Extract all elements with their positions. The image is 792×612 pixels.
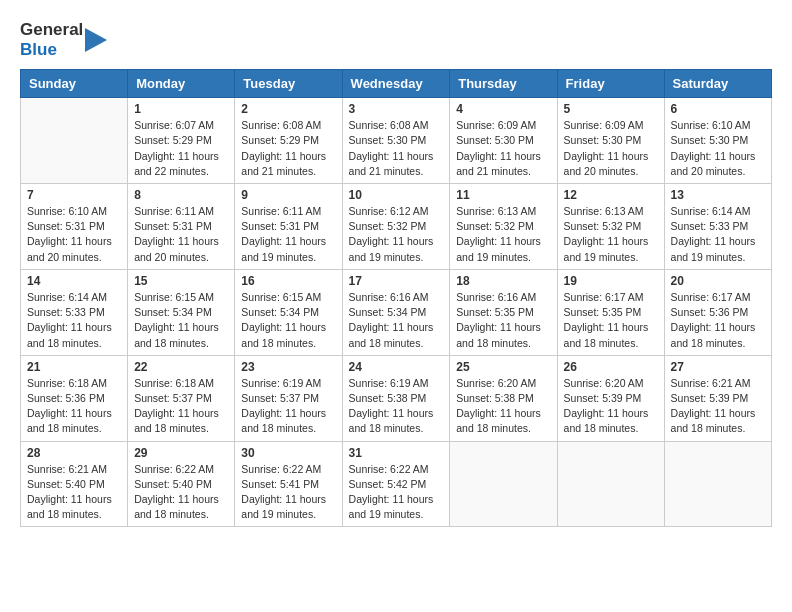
calendar-cell: 3Sunrise: 6:08 AMSunset: 5:30 PMDaylight… bbox=[342, 98, 450, 184]
day-info: Sunrise: 6:10 AMSunset: 5:30 PMDaylight:… bbox=[671, 118, 765, 179]
day-number: 16 bbox=[241, 274, 335, 288]
day-number: 22 bbox=[134, 360, 228, 374]
calendar-table: SundayMondayTuesdayWednesdayThursdayFrid… bbox=[20, 69, 772, 527]
calendar-cell: 2Sunrise: 6:08 AMSunset: 5:29 PMDaylight… bbox=[235, 98, 342, 184]
calendar-cell: 18Sunrise: 6:16 AMSunset: 5:35 PMDayligh… bbox=[450, 269, 557, 355]
calendar-cell: 29Sunrise: 6:22 AMSunset: 5:40 PMDayligh… bbox=[128, 441, 235, 527]
calendar-week-row: 28Sunrise: 6:21 AMSunset: 5:40 PMDayligh… bbox=[21, 441, 772, 527]
day-number: 6 bbox=[671, 102, 765, 116]
day-number: 31 bbox=[349, 446, 444, 460]
day-info: Sunrise: 6:18 AMSunset: 5:36 PMDaylight:… bbox=[27, 376, 121, 437]
day-info: Sunrise: 6:13 AMSunset: 5:32 PMDaylight:… bbox=[564, 204, 658, 265]
day-info: Sunrise: 6:11 AMSunset: 5:31 PMDaylight:… bbox=[134, 204, 228, 265]
day-info: Sunrise: 6:21 AMSunset: 5:40 PMDaylight:… bbox=[27, 462, 121, 523]
svg-marker-0 bbox=[85, 28, 107, 52]
calendar-cell: 10Sunrise: 6:12 AMSunset: 5:32 PMDayligh… bbox=[342, 183, 450, 269]
calendar-week-row: 1Sunrise: 6:07 AMSunset: 5:29 PMDaylight… bbox=[21, 98, 772, 184]
calendar-week-row: 7Sunrise: 6:10 AMSunset: 5:31 PMDaylight… bbox=[21, 183, 772, 269]
calendar-cell: 24Sunrise: 6:19 AMSunset: 5:38 PMDayligh… bbox=[342, 355, 450, 441]
day-number: 17 bbox=[349, 274, 444, 288]
column-header-saturday: Saturday bbox=[664, 70, 771, 98]
column-header-monday: Monday bbox=[128, 70, 235, 98]
day-number: 19 bbox=[564, 274, 658, 288]
calendar-cell: 11Sunrise: 6:13 AMSunset: 5:32 PMDayligh… bbox=[450, 183, 557, 269]
day-info: Sunrise: 6:08 AMSunset: 5:30 PMDaylight:… bbox=[349, 118, 444, 179]
day-info: Sunrise: 6:14 AMSunset: 5:33 PMDaylight:… bbox=[671, 204, 765, 265]
day-info: Sunrise: 6:19 AMSunset: 5:37 PMDaylight:… bbox=[241, 376, 335, 437]
day-number: 2 bbox=[241, 102, 335, 116]
day-info: Sunrise: 6:20 AMSunset: 5:39 PMDaylight:… bbox=[564, 376, 658, 437]
column-header-thursday: Thursday bbox=[450, 70, 557, 98]
calendar-cell: 8Sunrise: 6:11 AMSunset: 5:31 PMDaylight… bbox=[128, 183, 235, 269]
day-info: Sunrise: 6:19 AMSunset: 5:38 PMDaylight:… bbox=[349, 376, 444, 437]
day-number: 7 bbox=[27, 188, 121, 202]
calendar-cell bbox=[664, 441, 771, 527]
calendar-cell: 23Sunrise: 6:19 AMSunset: 5:37 PMDayligh… bbox=[235, 355, 342, 441]
calendar-cell: 22Sunrise: 6:18 AMSunset: 5:37 PMDayligh… bbox=[128, 355, 235, 441]
calendar-cell: 1Sunrise: 6:07 AMSunset: 5:29 PMDaylight… bbox=[128, 98, 235, 184]
logo: General Blue bbox=[20, 20, 107, 59]
day-number: 25 bbox=[456, 360, 550, 374]
day-number: 29 bbox=[134, 446, 228, 460]
day-number: 1 bbox=[134, 102, 228, 116]
day-info: Sunrise: 6:16 AMSunset: 5:34 PMDaylight:… bbox=[349, 290, 444, 351]
day-info: Sunrise: 6:10 AMSunset: 5:31 PMDaylight:… bbox=[27, 204, 121, 265]
calendar-week-row: 21Sunrise: 6:18 AMSunset: 5:36 PMDayligh… bbox=[21, 355, 772, 441]
logo-text: General Blue bbox=[20, 20, 83, 59]
day-number: 10 bbox=[349, 188, 444, 202]
calendar-cell: 12Sunrise: 6:13 AMSunset: 5:32 PMDayligh… bbox=[557, 183, 664, 269]
day-info: Sunrise: 6:17 AMSunset: 5:36 PMDaylight:… bbox=[671, 290, 765, 351]
calendar-cell: 13Sunrise: 6:14 AMSunset: 5:33 PMDayligh… bbox=[664, 183, 771, 269]
calendar-cell bbox=[450, 441, 557, 527]
day-info: Sunrise: 6:15 AMSunset: 5:34 PMDaylight:… bbox=[134, 290, 228, 351]
day-info: Sunrise: 6:18 AMSunset: 5:37 PMDaylight:… bbox=[134, 376, 228, 437]
day-info: Sunrise: 6:08 AMSunset: 5:29 PMDaylight:… bbox=[241, 118, 335, 179]
column-header-sunday: Sunday bbox=[21, 70, 128, 98]
logo-arrow-icon bbox=[85, 24, 107, 56]
day-info: Sunrise: 6:22 AMSunset: 5:41 PMDaylight:… bbox=[241, 462, 335, 523]
day-number: 13 bbox=[671, 188, 765, 202]
day-number: 27 bbox=[671, 360, 765, 374]
day-number: 26 bbox=[564, 360, 658, 374]
column-header-wednesday: Wednesday bbox=[342, 70, 450, 98]
day-number: 30 bbox=[241, 446, 335, 460]
day-number: 14 bbox=[27, 274, 121, 288]
day-number: 23 bbox=[241, 360, 335, 374]
day-info: Sunrise: 6:16 AMSunset: 5:35 PMDaylight:… bbox=[456, 290, 550, 351]
calendar-cell: 27Sunrise: 6:21 AMSunset: 5:39 PMDayligh… bbox=[664, 355, 771, 441]
calendar-cell: 31Sunrise: 6:22 AMSunset: 5:42 PMDayligh… bbox=[342, 441, 450, 527]
calendar-cell: 14Sunrise: 6:14 AMSunset: 5:33 PMDayligh… bbox=[21, 269, 128, 355]
day-info: Sunrise: 6:22 AMSunset: 5:40 PMDaylight:… bbox=[134, 462, 228, 523]
logo-general: General bbox=[20, 20, 83, 40]
day-info: Sunrise: 6:15 AMSunset: 5:34 PMDaylight:… bbox=[241, 290, 335, 351]
day-number: 18 bbox=[456, 274, 550, 288]
day-info: Sunrise: 6:20 AMSunset: 5:38 PMDaylight:… bbox=[456, 376, 550, 437]
calendar-cell: 20Sunrise: 6:17 AMSunset: 5:36 PMDayligh… bbox=[664, 269, 771, 355]
calendar-cell: 21Sunrise: 6:18 AMSunset: 5:36 PMDayligh… bbox=[21, 355, 128, 441]
day-number: 4 bbox=[456, 102, 550, 116]
day-info: Sunrise: 6:22 AMSunset: 5:42 PMDaylight:… bbox=[349, 462, 444, 523]
day-info: Sunrise: 6:09 AMSunset: 5:30 PMDaylight:… bbox=[564, 118, 658, 179]
calendar-cell bbox=[21, 98, 128, 184]
calendar-week-row: 14Sunrise: 6:14 AMSunset: 5:33 PMDayligh… bbox=[21, 269, 772, 355]
day-info: Sunrise: 6:21 AMSunset: 5:39 PMDaylight:… bbox=[671, 376, 765, 437]
calendar-cell: 4Sunrise: 6:09 AMSunset: 5:30 PMDaylight… bbox=[450, 98, 557, 184]
calendar-header-row: SundayMondayTuesdayWednesdayThursdayFrid… bbox=[21, 70, 772, 98]
calendar-cell: 15Sunrise: 6:15 AMSunset: 5:34 PMDayligh… bbox=[128, 269, 235, 355]
logo-blue: Blue bbox=[20, 40, 83, 60]
day-info: Sunrise: 6:17 AMSunset: 5:35 PMDaylight:… bbox=[564, 290, 658, 351]
calendar-cell: 9Sunrise: 6:11 AMSunset: 5:31 PMDaylight… bbox=[235, 183, 342, 269]
day-number: 28 bbox=[27, 446, 121, 460]
day-number: 24 bbox=[349, 360, 444, 374]
calendar-cell: 30Sunrise: 6:22 AMSunset: 5:41 PMDayligh… bbox=[235, 441, 342, 527]
column-header-tuesday: Tuesday bbox=[235, 70, 342, 98]
calendar-cell: 17Sunrise: 6:16 AMSunset: 5:34 PMDayligh… bbox=[342, 269, 450, 355]
day-number: 11 bbox=[456, 188, 550, 202]
day-number: 3 bbox=[349, 102, 444, 116]
calendar-cell: 26Sunrise: 6:20 AMSunset: 5:39 PMDayligh… bbox=[557, 355, 664, 441]
day-info: Sunrise: 6:11 AMSunset: 5:31 PMDaylight:… bbox=[241, 204, 335, 265]
day-number: 21 bbox=[27, 360, 121, 374]
calendar-cell: 6Sunrise: 6:10 AMSunset: 5:30 PMDaylight… bbox=[664, 98, 771, 184]
day-info: Sunrise: 6:14 AMSunset: 5:33 PMDaylight:… bbox=[27, 290, 121, 351]
calendar-cell: 25Sunrise: 6:20 AMSunset: 5:38 PMDayligh… bbox=[450, 355, 557, 441]
